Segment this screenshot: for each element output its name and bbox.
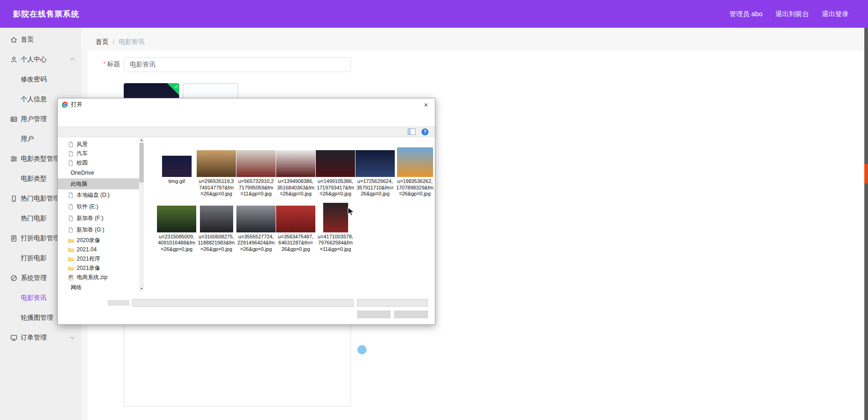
file-item-11[interactable]: u=4171003578,797662584&fm=11&gp=0.jpg [316,204,355,253]
file-name: u=296535119,3749147797&fm=26&gp=0.jpg [197,177,236,197]
title-label: *标题 [88,60,120,68]
tree-item-9[interactable]: 2020录像 [58,236,139,245]
file-item-1[interactable]: u=296535119,3749147797&fm=26&gp=0.jpg [197,148,236,197]
dialog-close-button[interactable]: × [421,100,431,109]
folder-icon [68,266,74,271]
open-button[interactable] [357,310,391,318]
file-icon [68,227,74,233]
tree-item-6[interactable]: 软件 (E:) [58,201,139,213]
file-name: u=1394908386,3516840363&fm=26&gp=0.jpg [276,177,315,197]
tree-item-3[interactable]: OneDrive [58,167,139,178]
tree-item-label: 校园 [77,159,88,167]
sidebar-item-1[interactable]: 个人中心 [0,49,81,69]
file-item-5[interactable]: u=1725629624,357911710&fm=26&gp=0.jpg [356,148,395,197]
file-item-7[interactable]: u=2315085009,4091016488&fm=26&gp=0.jpg [157,204,196,253]
tree-item-1[interactable]: 汽车 [58,149,139,158]
chrome-icon [62,102,68,108]
tree-scrollbar[interactable]: ▲ ▼ [139,137,144,291]
file-item-0[interactable]: timg.gif [157,148,196,197]
sidebar-item-label: 电影类型管理 [21,155,60,163]
file-item-3[interactable]: u=1394908386,3516840363&fm=26&gp=0.jpg [276,148,315,197]
tree-item-14[interactable]: 网络 [58,282,139,291]
file-thumbnail [397,147,433,177]
scroll-up-icon[interactable]: ▲ [140,137,143,142]
required-mark: * [103,60,106,67]
scroll-down-icon[interactable]: ▼ [140,286,143,291]
file-thumbnail [316,150,355,177]
filename-input[interactable] [132,299,354,307]
tree-item-2[interactable]: 校园 [58,158,139,167]
file-thumbnail-wrap [395,148,434,177]
tree-item-11[interactable]: 2021程序 [58,254,139,263]
file-item-4[interactable]: u=1499105386,1719793417&fm=26&gp=0.jpg [316,148,355,197]
help-icon[interactable]: ? [422,128,428,135]
cancel-button[interactable] [394,310,428,318]
tree-item-8[interactable]: 新加卷 (G:) [58,224,139,236]
filetype-select[interactable] [357,299,428,307]
tree-item-5[interactable]: 本地磁盘 (D:) [58,189,139,201]
folder-tree: 风景汽车校园OneDrive此电脑本地磁盘 (D:)软件 (E:)新加卷 (F:… [58,137,139,291]
file-thumbnail-wrap [236,148,276,177]
tree-item-label: 汽车 [77,150,88,158]
exit-to-front-link[interactable]: 退出到前台 [776,10,809,18]
file-name: u=2315085009,4091016488&fm=26&gp=0.jpg [157,232,196,253]
page-scrollbar-thumb[interactable] [864,164,868,183]
tree-item-4[interactable]: 此电脑 [58,178,139,189]
tree-item-label: 2021.04 [77,246,96,253]
file-item-9[interactable]: u=3555527724,2291496424&fm=26&gp=0.jpg [236,204,276,253]
page-scrollbar[interactable] [864,28,868,420]
tree-item-12[interactable]: 2021录像 [58,263,139,273]
chevron-down-icon [70,335,75,339]
tree-item-13[interactable]: 电商系统.zip [58,273,139,282]
sidebar-item-0[interactable]: 首页 [0,30,81,49]
tree-item-0[interactable]: 风景 [58,140,139,149]
tree-scrollbar-thumb[interactable] [139,143,144,183]
file-icon [68,204,74,210]
dialog-title: 打开 [71,101,82,109]
title-input[interactable] [124,57,351,72]
upload-success-check-icon: ✓ [167,83,179,95]
file-icon [68,151,74,157]
file-icon [68,141,74,147]
sidebar-item-label: 打折电影 [21,254,47,262]
sidebar-item-2[interactable]: 修改密码 [0,69,81,89]
dialog-body: 风景汽车校园OneDrive此电脑本地磁盘 (D:)软件 (E:)新加卷 (F:… [58,137,435,291]
file-thumbnail-wrap [157,148,196,177]
tree-item-7[interactable]: 新加卷 (F:) [58,213,139,224]
file-thumbnail-wrap [157,204,196,232]
file-thumbnail [323,203,348,232]
sidebar-item-15[interactable]: 订单管理 [0,328,81,347]
file-item-8[interactable]: u=3160608275,1188821983&fm=26&gp=0.jpg [197,204,236,253]
sidebar-item-label: 轮播图管理 [21,314,53,322]
file-thumbnail-wrap [197,204,236,232]
file-thumbnail [162,156,192,177]
folder-icon [68,238,74,243]
file-item-2[interactable]: u=565732910,2717995059&fm=11&gp=0.jpg [236,148,276,197]
view-toggle-icon[interactable] [408,128,416,135]
file-name: u=1725629624,357911710&fm=26&gp=0.jpg [356,177,395,197]
users-icon [10,116,18,123]
file-icon [68,160,74,166]
file-item-10[interactable]: u=3563475487,64631287&fm=26&gp=0.jpg [276,204,315,253]
dialog-titlebar[interactable]: 打开 × [58,98,435,111]
app-header: 影院在线售票系统 管理员 abo 退出到前台 退出登录 [0,0,868,28]
sidebar-item-label: 个人中心 [21,55,47,64]
file-name: u=3555527724,2291496424&fm=26&gp=0.jpg [236,232,276,253]
file-name: u=3563475487,64631287&fm=26&gp=0.jpg [276,232,315,253]
admin-user-label[interactable]: 管理员 abo [729,10,763,18]
tree-item-label: 风景 [77,140,88,148]
logout-link[interactable]: 退出登录 [822,10,849,18]
header-nav: 管理员 abo 退出到前台 退出登录 [729,10,868,18]
file-item-6[interactable]: u=1983536262,1707898329&fm=26&gp=0.jpg [395,148,434,197]
tree-item-label: 此电脑 [71,180,87,188]
sidebar-item-label: 系统管理 [21,274,47,282]
breadcrumb-home[interactable]: 首页 [96,38,108,46]
tree-item-label: 软件 (E:) [77,203,98,211]
file-thumbnail [236,150,276,177]
file-thumbnail [276,206,315,232]
title-label-text: 标题 [107,60,120,67]
phone-icon [10,195,18,202]
tree-item-10[interactable]: 2021.04 [58,245,139,254]
file-thumbnail-wrap [356,148,395,177]
file-name: u=1983536262,1707898329&fm=26&gp=0.jpg [395,177,434,197]
